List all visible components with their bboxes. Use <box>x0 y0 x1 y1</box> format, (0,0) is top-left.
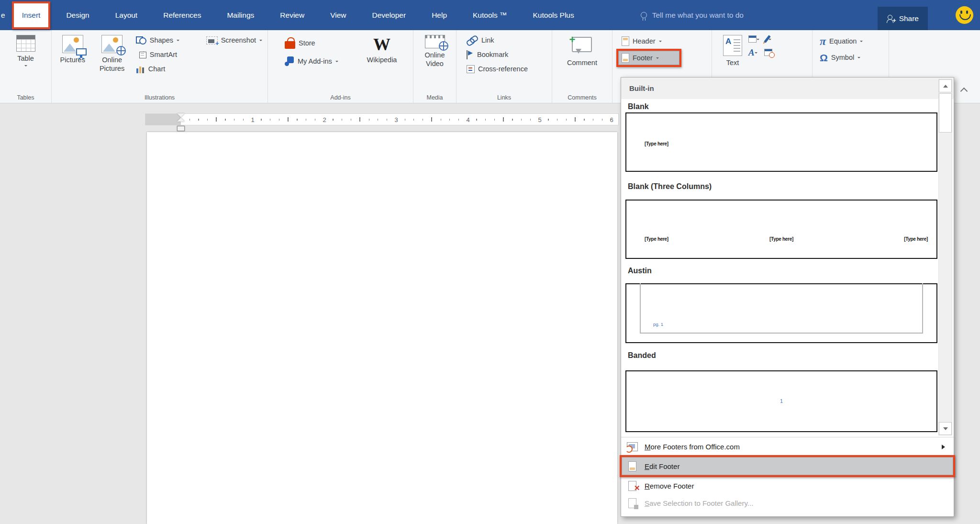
footer-template-austin[interactable]: pg. 1 <box>625 283 937 343</box>
screenshot-icon: + <box>206 36 218 45</box>
quick-parts-button[interactable] <box>748 35 759 43</box>
ribbon-tab-bar: e Insert Design Layout References Mailin… <box>0 0 980 30</box>
footer-template-blank[interactable]: [Type here] <box>625 112 937 172</box>
collapse-ribbon-icon[interactable] <box>960 88 968 95</box>
feedback-smiley-icon[interactable] <box>956 6 973 24</box>
bookmark-label: Bookmark <box>477 51 508 58</box>
remove-footer-menu-item[interactable]: ✕ Remove Footer <box>622 477 953 494</box>
equation-label: Equation <box>829 37 857 45</box>
text-box-button[interactable]: Text <box>717 33 748 67</box>
wordart-button[interactable]: A <box>748 48 757 57</box>
save-selection-label: Save Selection to Footer Gallery... <box>645 499 753 507</box>
scroll-down-button[interactable] <box>939 422 952 435</box>
store-label: Store <box>299 39 315 47</box>
smartart-button[interactable]: SmartArt <box>133 47 203 62</box>
left-indent-marker[interactable] <box>177 126 185 131</box>
gallery-scrollbar[interactable] <box>938 79 952 435</box>
ruler-number: 5 <box>536 116 543 123</box>
hanging-indent-marker[interactable] <box>177 118 185 122</box>
share-button[interactable]: + Share <box>878 7 928 30</box>
symbol-button[interactable]: Ω Symbol <box>816 50 866 65</box>
tab-review[interactable]: Review <box>267 0 317 30</box>
horizontal-ruler: 1 2 3 4 5 6 <box>145 113 619 125</box>
tab-help[interactable]: Help <box>419 0 460 30</box>
footer-template-banded[interactable]: 1 <box>625 370 937 432</box>
tab-view[interactable]: View <box>317 0 359 30</box>
equation-button[interactable]: π Equation <box>816 34 866 48</box>
tab-kutools[interactable]: Kutools ™ <box>460 0 520 30</box>
tell-me-box[interactable]: Tell me what you want to do <box>641 11 744 20</box>
tab-mailings[interactable]: Mailings <box>214 0 267 30</box>
online-video-icon <box>425 35 445 48</box>
online-video-button[interactable]: Online Video <box>416 33 454 68</box>
first-line-indent-marker[interactable] <box>177 113 185 117</box>
ruler-number: 1 <box>249 116 256 123</box>
tab-layout[interactable]: Layout <box>102 0 151 30</box>
scroll-up-button[interactable] <box>939 79 952 92</box>
cross-reference-button[interactable]: Cross-reference <box>463 62 531 76</box>
signature-line-button[interactable] <box>766 35 771 43</box>
table-label: Table <box>17 54 34 63</box>
comment-label: Comment <box>567 58 597 67</box>
screenshot-button[interactable]: + Screenshot <box>203 33 266 47</box>
dropdown-arrow-icon <box>757 39 759 42</box>
tab-insert[interactable]: Insert <box>14 3 49 27</box>
scrollbar-thumb[interactable] <box>939 93 952 133</box>
shapes-button[interactable]: Shapes <box>133 33 203 47</box>
footer-button[interactable]: Footer <box>618 51 679 65</box>
online-pictures-button[interactable]: Online Pictures <box>91 33 132 73</box>
document-page[interactable] <box>147 132 617 524</box>
ruler-number: 6 <box>608 116 614 123</box>
austin-footer-border: pg. 1 <box>640 283 923 334</box>
tab-developer[interactable]: Developer <box>359 0 419 30</box>
tab-design[interactable]: Design <box>53 0 102 30</box>
group-media: Online Video Media <box>413 30 457 103</box>
wordart-icon: A <box>748 48 755 57</box>
more-footers-label: More Footers from Office.com <box>645 443 740 451</box>
date-time-icon <box>764 49 772 56</box>
comment-button[interactable]: + Comment <box>565 33 599 67</box>
edit-footer-label: Edit Footer <box>645 462 679 470</box>
tab-references[interactable]: References <box>150 0 214 30</box>
date-time-button[interactable] <box>764 49 772 56</box>
dropdown-arrow-icon <box>755 52 757 55</box>
group-illustrations: Pictures Online Pictures Shapes SmartArt… <box>52 30 268 103</box>
link-label: Link <box>481 36 494 44</box>
store-button[interactable]: Store <box>281 36 358 50</box>
type-here-placeholder: [Type here] <box>904 236 928 242</box>
dropdown-arrow-icon <box>259 40 262 43</box>
indent-markers[interactable] <box>177 113 185 131</box>
footer-gallery-dropdown: Built-in Blank [Type here] Blank (Three … <box>621 77 954 517</box>
chart-button[interactable]: Chart <box>133 62 203 76</box>
type-here-placeholder: [Type here] <box>645 141 668 146</box>
dropdown-arrow-icon <box>858 57 860 60</box>
remove-footer-label: Remove Footer <box>645 482 694 490</box>
comment-icon: + <box>572 37 592 52</box>
quick-parts-icon <box>748 35 757 43</box>
wikipedia-button[interactable]: W Wikipedia <box>358 33 406 64</box>
table-icon <box>16 35 35 52</box>
header-button[interactable]: Header <box>618 34 679 48</box>
bookmark-icon <box>467 50 474 59</box>
footer-template-blank-three-columns[interactable]: [Type here] [Type here] [Type here] <box>625 200 937 259</box>
my-addins-button[interactable]: My Add-ins <box>281 54 358 68</box>
tab-kutools-plus[interactable]: Kutools Plus <box>520 0 587 30</box>
links-group-label: Links <box>457 94 552 101</box>
tab-home-partial[interactable]: e <box>0 0 9 30</box>
type-here-placeholder: [Type here] <box>645 236 668 242</box>
symbol-label: Symbol <box>831 54 854 61</box>
more-footers-menu-item[interactable]: More Footers from Office.com <box>622 438 953 456</box>
link-button[interactable]: Link <box>463 33 531 47</box>
wikipedia-label: Wikipedia <box>367 56 397 64</box>
chart-icon <box>136 65 145 73</box>
type-here-placeholder: [Type here] <box>769 236 793 242</box>
bookmark-button[interactable]: Bookmark <box>463 47 531 62</box>
my-addins-icon <box>285 56 294 66</box>
table-button[interactable]: Table <box>14 33 37 68</box>
cross-reference-icon <box>467 65 475 73</box>
pictures-button[interactable]: Pictures <box>54 33 91 64</box>
text-box-label: Text <box>726 58 739 67</box>
dropdown-arrow-icon <box>659 41 662 44</box>
ruler-number: 2 <box>321 116 327 123</box>
edit-footer-menu-item[interactable]: Edit Footer <box>622 457 953 475</box>
